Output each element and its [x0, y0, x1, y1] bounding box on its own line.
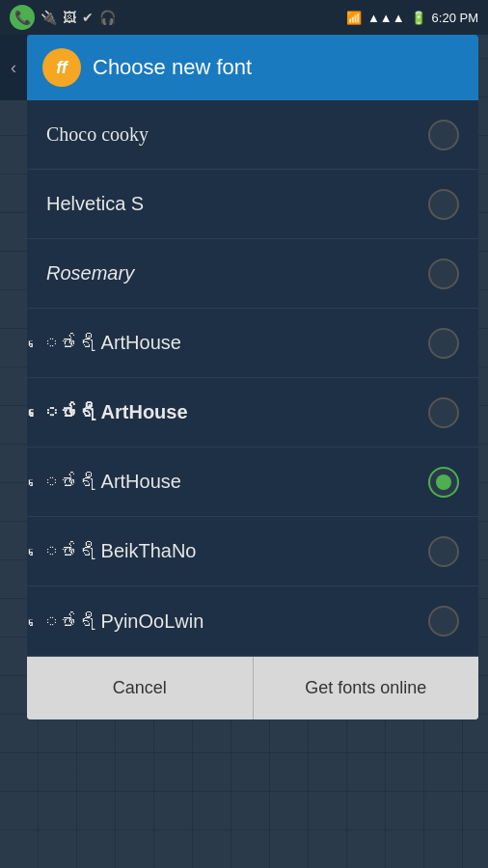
cancel-button[interactable]: Cancel: [27, 657, 253, 719]
usb-icon: 🔌: [41, 10, 57, 25]
font-list-item[interactable]: ေဖာ်ရီ BeikThaNo: [27, 517, 478, 586]
font-name-label: ေဖာ်ရီ ArtHouse: [46, 332, 181, 354]
check-icon: ✔: [82, 10, 94, 25]
wifi-icon: 📶: [346, 11, 362, 25]
font-radio-button[interactable]: [428, 536, 459, 567]
font-name-label: Rosemary: [46, 262, 134, 285]
get-fonts-button[interactable]: Get fonts online: [254, 657, 479, 719]
font-radio-button[interactable]: [428, 120, 459, 150]
battery-icon: 🔋: [411, 11, 426, 25]
font-radio-button[interactable]: [428, 258, 459, 289]
font-name-label: ေဖာ်ရီ ArtHouse: [46, 471, 181, 493]
font-radio-button[interactable]: [428, 467, 459, 498]
status-bar: 📞 🔌 🖼 ✔ 🎧 📶 ▲▲▲ 🔋 6:20 PM: [0, 0, 488, 35]
phone-icon: 📞: [10, 5, 35, 30]
image-icon: 🖼: [63, 10, 76, 25]
font-list-item[interactable]: ေဖာ်ရီ ArtHouse: [27, 378, 478, 448]
font-name-label: Helvetica S: [46, 193, 144, 215]
font-list-item[interactable]: ေဖာ်ရီ ArtHouse: [27, 448, 478, 517]
font-name-label: ေဖာ်ရီ ArtHouse: [46, 401, 188, 423]
font-list-item[interactable]: ေဖာ်ရီ ArtHouse: [27, 309, 478, 378]
font-list-item[interactable]: Choco cooky: [27, 100, 478, 170]
dialog-title: Choose new font: [93, 55, 252, 80]
dialog-header: ff Choose new font: [27, 35, 478, 100]
dialog-buttons: Cancel Get fonts online: [27, 656, 478, 719]
font-list-item[interactable]: Rosemary: [27, 239, 478, 309]
font-list: Choco cookyHelvetica SRosemaryေဖာ်ရီ Art…: [27, 100, 478, 656]
signal-icon: ▲▲▲: [367, 11, 405, 25]
font-radio-button[interactable]: [428, 328, 459, 359]
font-name-label: Choco cooky: [46, 123, 149, 146]
font-radio-button[interactable]: [428, 189, 459, 220]
headphones-icon: 🎧: [99, 10, 116, 25]
status-bar-left: 📞 🔌 🖼 ✔ 🎧: [10, 5, 116, 30]
font-name-label: ေဖာ်ရီ PyinOoLwin: [46, 610, 203, 633]
font-list-item[interactable]: ေဖာ်ရီ PyinOoLwin: [27, 586, 478, 656]
font-list-item[interactable]: Helvetica S: [27, 170, 478, 239]
back-button[interactable]: ‹: [0, 35, 27, 100]
time-display: 6:20 PM: [432, 11, 478, 25]
ff-logo: ff: [42, 48, 81, 87]
font-radio-button[interactable]: [428, 606, 459, 637]
status-bar-right: 📶 ▲▲▲ 🔋 6:20 PM: [346, 11, 478, 25]
font-radio-button[interactable]: [428, 397, 459, 428]
font-chooser-dialog: ff Choose new font Choco cookyHelvetica …: [27, 35, 478, 719]
font-name-label: ေဖာ်ရီ BeikThaNo: [46, 540, 197, 562]
